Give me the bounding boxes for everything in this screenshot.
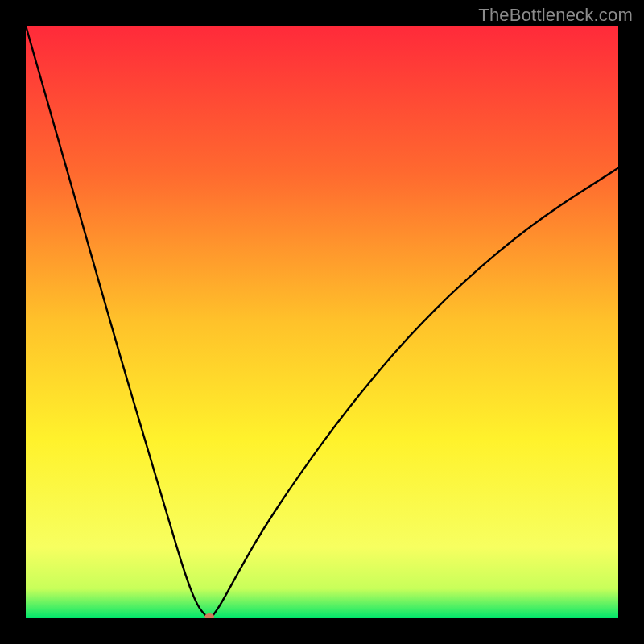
plot-area xyxy=(26,26,618,618)
chart-svg xyxy=(26,26,618,618)
watermark-text: TheBottleneck.com xyxy=(478,5,633,26)
chart-frame: TheBottleneck.com xyxy=(0,0,644,644)
gradient-background xyxy=(26,26,618,618)
